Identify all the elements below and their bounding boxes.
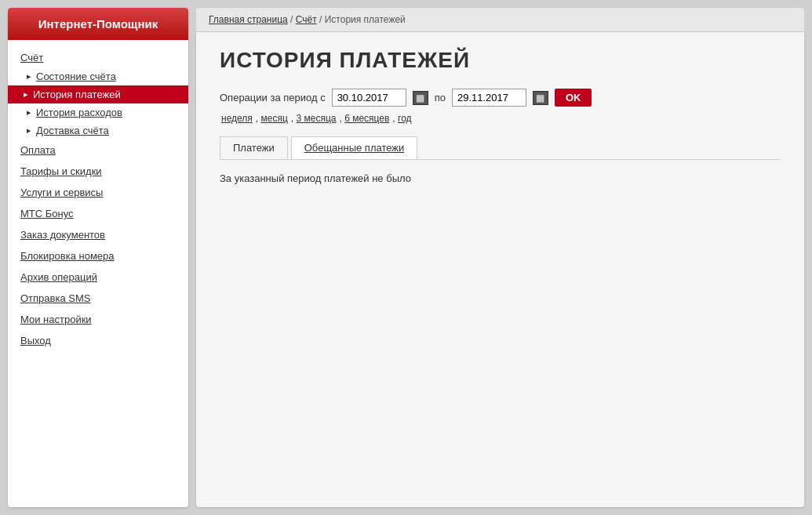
sidebar-item-istoriya-raskhodov[interactable]: ▸ История расходов — [8, 103, 188, 121]
calendar-icon-to[interactable] — [533, 91, 548, 105]
sidebar-header: Интернет-Помощник — [8, 8, 188, 40]
sidebar-nastroyki-link[interactable]: Мои настройки — [20, 314, 92, 325]
sidebar-tarify-link[interactable]: Тарифы и скидки — [20, 165, 102, 177]
sidebar-sostoyanie-link[interactable]: Состояние счёта — [36, 71, 116, 82]
shortcut-6-mesyatsev[interactable]: 6 месяцев — [344, 113, 389, 124]
filter-label-from: Операции за период с — [220, 92, 326, 103]
sidebar-title: Интернет-Помощник — [38, 17, 158, 31]
breadcrumb: Главная страница / Счёт / История платеж… — [196, 8, 804, 32]
sidebar-item-vykhod[interactable]: Выход — [8, 330, 188, 351]
breadcrumb-schet[interactable]: Счёт — [296, 14, 317, 25]
date-to-input[interactable] — [452, 89, 526, 107]
breadcrumb-current: История платежей — [325, 14, 406, 25]
sidebar-section-schet[interactable]: Счёт — [8, 48, 188, 67]
sidebar-uslugi-link[interactable]: Услуги и сервисы — [20, 187, 103, 198]
sidebar-item-uslugi[interactable]: Услуги и сервисы — [8, 182, 188, 203]
arrow-icon-active: ▸ — [24, 89, 28, 100]
sidebar-item-sostoyanie[interactable]: ▸ Состояние счёта — [8, 67, 188, 85]
shortcut-nedelya[interactable]: неделя — [221, 113, 253, 124]
shortcut-mesyats[interactable]: месяц — [261, 113, 288, 124]
filter-row: Операции за период с по OK — [220, 89, 781, 107]
sidebar-item-zakaz[interactable]: Заказ документов — [8, 224, 188, 245]
tab-obeshannye[interactable]: Обещанные платежи — [291, 136, 418, 159]
tab-platezhi[interactable]: Платежи — [220, 136, 288, 159]
sidebar: Интернет-Помощник Счёт ▸ Состояние счёта… — [8, 8, 188, 507]
sidebar-dostavka-link[interactable]: Доставка счёта — [36, 125, 109, 136]
sidebar-istoriya-label: История платежей — [33, 89, 121, 100]
sidebar-vykhod-link[interactable]: Выход — [20, 335, 51, 346]
sidebar-item-tarify[interactable]: Тарифы и скидки — [8, 161, 188, 182]
sidebar-item-dostavka[interactable]: ▸ Доставка счёта — [8, 121, 188, 140]
sidebar-arkhiv-link[interactable]: Архив операций — [20, 271, 97, 283]
filter-label-to: по — [435, 92, 446, 103]
sidebar-item-oplata[interactable]: Оплата — [8, 140, 188, 161]
shortcut-god[interactable]: год — [398, 113, 412, 124]
sidebar-item-mts-bonus[interactable]: МТС Бонус — [8, 203, 188, 224]
sidebar-section-schet-link[interactable]: Счёт — [20, 52, 43, 63]
arrow-icon-3: ▸ — [27, 125, 31, 136]
date-from-input[interactable] — [332, 89, 406, 107]
ok-button[interactable]: OK — [555, 89, 592, 107]
sidebar-item-sms[interactable]: Отправка SMS — [8, 288, 188, 309]
sidebar-mts-bonus-link[interactable]: МТС Бонус — [20, 208, 74, 219]
sidebar-item-blokirovka[interactable]: Блокировка номера — [8, 245, 188, 267]
sidebar-item-istoriya-platezhey[interactable]: ▸ История платежей — [8, 85, 188, 103]
arrow-icon-2: ▸ — [27, 107, 31, 118]
period-shortcuts: неделя, месяц, 3 месяца, 6 месяцев, год — [220, 113, 781, 124]
sidebar-istoriya-raskhodov-link[interactable]: История расходов — [36, 107, 122, 118]
sidebar-oplata-link[interactable]: Оплата — [20, 144, 56, 156]
page-title: ИСТОРИЯ ПЛАТЕЖЕЙ — [220, 48, 781, 73]
sidebar-item-arkhiv[interactable]: Архив операций — [8, 267, 188, 288]
tabs-row: Платежи Обещанные платежи — [220, 136, 781, 160]
main-content: Главная страница / Счёт / История платеж… — [196, 8, 804, 507]
sidebar-zakaz-link[interactable]: Заказ документов — [20, 229, 105, 241]
sidebar-item-nastroyki[interactable]: Мои настройки — [8, 309, 188, 330]
sidebar-sms-link[interactable]: Отправка SMS — [20, 292, 90, 304]
calendar-icon-from[interactable] — [413, 91, 428, 105]
shortcut-3-mesyatsa[interactable]: 3 месяца — [296, 113, 336, 124]
content-area: ИСТОРИЯ ПЛАТЕЖЕЙ Операции за период с по… — [196, 32, 804, 507]
empty-message: За указанный период платежей не было — [220, 172, 781, 184]
tab-obeshannye-label: Обещанные платежи — [304, 142, 405, 154]
breadcrumb-home[interactable]: Главная страница — [209, 14, 288, 25]
sidebar-blokirovka-link[interactable]: Блокировка номера — [20, 250, 115, 262]
tab-platezhi-label: Платежи — [233, 142, 275, 154]
arrow-icon: ▸ — [27, 71, 31, 82]
sidebar-nav: Счёт ▸ Состояние счёта ▸ История платеже… — [8, 40, 188, 359]
